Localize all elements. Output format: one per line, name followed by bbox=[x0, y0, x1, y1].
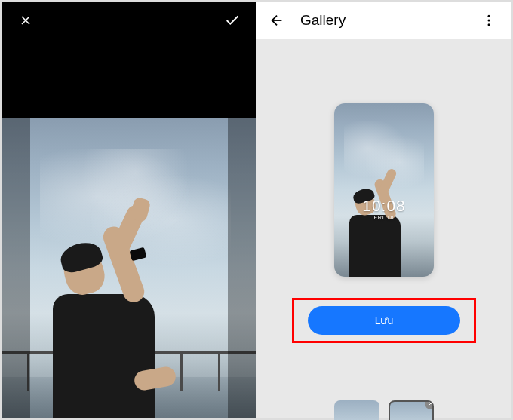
more-icon[interactable] bbox=[481, 13, 496, 28]
remove-thumbnail-icon[interactable] bbox=[425, 400, 434, 409]
photo-crop-area[interactable] bbox=[2, 118, 256, 418]
photo-subject bbox=[38, 207, 196, 418]
svg-point-3 bbox=[488, 15, 490, 17]
check-icon[interactable] bbox=[223, 11, 241, 29]
crop-overlay-right[interactable] bbox=[228, 118, 256, 418]
close-icon[interactable] bbox=[17, 11, 35, 29]
editor-panel bbox=[2, 2, 256, 418]
thumbnail-item-selected[interactable] bbox=[389, 400, 434, 420]
save-button[interactable]: Lưu bbox=[308, 306, 460, 335]
editor-header bbox=[2, 2, 256, 39]
back-icon[interactable] bbox=[269, 12, 285, 29]
lockscreen-clock: 10:08 FRI 18 bbox=[334, 197, 434, 220]
app-container: Gallery bbox=[0, 0, 513, 420]
thumbnail-item[interactable] bbox=[334, 400, 379, 420]
save-button-highlight: Lưu bbox=[292, 298, 476, 343]
editor-spacer bbox=[2, 39, 256, 118]
preview-background bbox=[334, 103, 434, 277]
gallery-panel: Gallery bbox=[256, 2, 511, 418]
crop-overlay-left[interactable] bbox=[2, 118, 30, 418]
gallery-content: 10:08 FRI 18 Lưu bbox=[256, 39, 511, 418]
thumbnail-strip bbox=[256, 373, 511, 418]
svg-point-5 bbox=[488, 23, 490, 26]
svg-point-4 bbox=[488, 20, 490, 22]
gallery-header: Gallery bbox=[256, 2, 511, 39]
wallpaper-preview[interactable]: 10:08 FRI 18 bbox=[334, 103, 434, 277]
clock-time: 10:08 bbox=[334, 197, 434, 215]
clock-date: FRI 18 bbox=[334, 215, 434, 220]
photo-background bbox=[2, 118, 256, 418]
page-title: Gallery bbox=[300, 12, 466, 29]
